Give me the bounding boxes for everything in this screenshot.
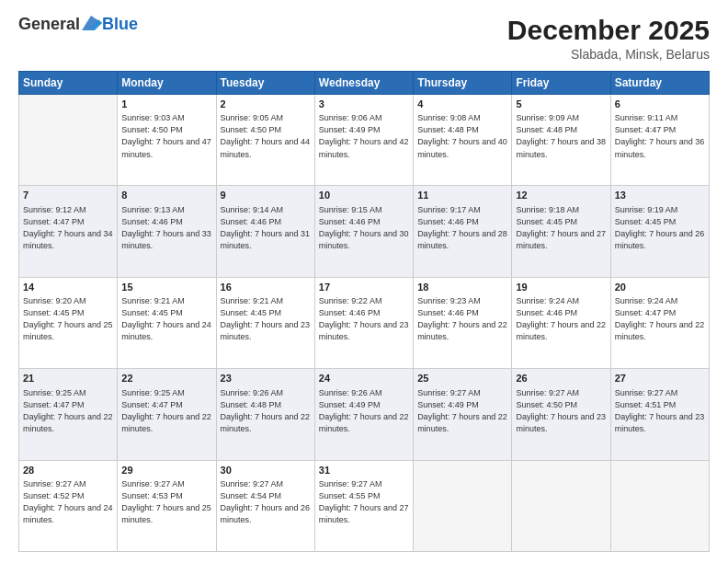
day-number: 18 [417,281,507,294]
day-number: 19 [516,281,606,294]
table-row: 9Sunrise: 9:14 AMSunset: 4:46 PMDaylight… [216,186,314,277]
col-monday: Monday [118,72,216,95]
day-info: Sunrise: 9:05 AMSunset: 4:50 PMDaylight:… [221,112,311,160]
table-row: 14Sunrise: 9:20 AMSunset: 4:45 PMDayligh… [19,277,118,368]
day-info: Sunrise: 9:17 AMSunset: 4:46 PMDaylight:… [417,204,507,252]
table-row: 21Sunrise: 9:25 AMSunset: 4:47 PMDayligh… [19,369,118,460]
day-info: Sunrise: 9:25 AMSunset: 4:47 PMDaylight:… [121,387,211,435]
day-number: 30 [221,464,311,477]
calendar-week-row: 21Sunrise: 9:25 AMSunset: 4:47 PMDayligh… [19,369,710,460]
day-info: Sunrise: 9:21 AMSunset: 4:45 PMDaylight:… [221,295,311,343]
table-row: 26Sunrise: 9:27 AMSunset: 4:50 PMDayligh… [512,369,610,460]
day-info: Sunrise: 9:13 AMSunset: 4:46 PMDaylight:… [121,204,211,252]
day-info: Sunrise: 9:27 AMSunset: 4:53 PMDaylight:… [121,478,211,526]
table-row: 10Sunrise: 9:15 AMSunset: 4:46 PMDayligh… [314,186,413,277]
day-number: 8 [121,189,211,202]
table-row: 16Sunrise: 9:21 AMSunset: 4:45 PMDayligh… [216,277,314,368]
table-row: 19Sunrise: 9:24 AMSunset: 4:46 PMDayligh… [512,277,610,368]
day-number: 23 [221,372,311,385]
table-row: 25Sunrise: 9:27 AMSunset: 4:49 PMDayligh… [414,369,512,460]
col-thursday: Thursday [414,72,512,95]
day-number: 6 [615,98,705,111]
table-row [414,460,512,551]
header: General Blue December 2025 Slabada, Mins… [18,15,710,62]
table-row: 7Sunrise: 9:12 AMSunset: 4:47 PMDaylight… [19,186,118,277]
day-number: 12 [516,189,606,202]
day-info: Sunrise: 9:26 AMSunset: 4:48 PMDaylight:… [221,387,311,435]
day-number: 13 [615,189,705,202]
day-number: 5 [516,98,606,111]
calendar-week-row: 7Sunrise: 9:12 AMSunset: 4:47 PMDaylight… [19,186,710,277]
day-info: Sunrise: 9:27 AMSunset: 4:49 PMDaylight:… [417,387,507,435]
day-number: 10 [319,189,409,202]
table-row: 4Sunrise: 9:08 AMSunset: 4:48 PMDaylight… [414,95,512,186]
subtitle: Slabada, Minsk, Belarus [507,47,710,62]
table-row: 5Sunrise: 9:09 AMSunset: 4:48 PMDaylight… [512,95,610,186]
day-number: 2 [221,98,311,111]
day-info: Sunrise: 9:03 AMSunset: 4:50 PMDaylight:… [121,112,211,160]
table-row [19,95,118,186]
day-info: Sunrise: 9:26 AMSunset: 4:49 PMDaylight:… [319,387,409,435]
day-info: Sunrise: 9:15 AMSunset: 4:46 PMDaylight:… [319,204,409,252]
day-number: 11 [417,189,507,202]
table-row: 17Sunrise: 9:22 AMSunset: 4:46 PMDayligh… [314,277,413,368]
table-row: 18Sunrise: 9:23 AMSunset: 4:46 PMDayligh… [414,277,512,368]
calendar-week-row: 28Sunrise: 9:27 AMSunset: 4:52 PMDayligh… [19,460,710,551]
table-row [610,460,709,551]
day-number: 28 [23,464,113,477]
day-number: 9 [221,189,311,202]
day-number: 1 [121,98,211,111]
day-info: Sunrise: 9:09 AMSunset: 4:48 PMDaylight:… [516,112,606,160]
col-wednesday: Wednesday [314,72,413,95]
table-row: 22Sunrise: 9:25 AMSunset: 4:47 PMDayligh… [118,369,216,460]
day-number: 22 [121,372,211,385]
day-number: 17 [319,281,409,294]
day-info: Sunrise: 9:27 AMSunset: 4:50 PMDaylight:… [516,387,606,435]
day-number: 20 [615,281,705,294]
day-info: Sunrise: 9:20 AMSunset: 4:45 PMDaylight:… [23,295,113,343]
table-row: 31Sunrise: 9:27 AMSunset: 4:55 PMDayligh… [314,460,413,551]
table-row: 13Sunrise: 9:19 AMSunset: 4:45 PMDayligh… [610,186,709,277]
table-row: 11Sunrise: 9:17 AMSunset: 4:46 PMDayligh… [414,186,512,277]
calendar-week-row: 1Sunrise: 9:03 AMSunset: 4:50 PMDaylight… [19,95,710,186]
day-info: Sunrise: 9:25 AMSunset: 4:47 PMDaylight:… [23,387,113,435]
logo: General Blue [18,15,138,34]
day-number: 16 [221,281,311,294]
day-number: 31 [319,464,409,477]
day-info: Sunrise: 9:27 AMSunset: 4:51 PMDaylight:… [615,387,705,435]
calendar-header-row: Sunday Monday Tuesday Wednesday Thursday… [19,72,710,95]
table-row [512,460,610,551]
day-info: Sunrise: 9:06 AMSunset: 4:49 PMDaylight:… [319,112,409,160]
main-title: December 2025 [507,15,710,45]
day-number: 29 [121,464,211,477]
day-info: Sunrise: 9:12 AMSunset: 4:47 PMDaylight:… [23,204,113,252]
logo-icon [82,16,102,30]
title-section: December 2025 Slabada, Minsk, Belarus [507,15,710,62]
table-row: 15Sunrise: 9:21 AMSunset: 4:45 PMDayligh… [118,277,216,368]
col-sunday: Sunday [19,72,118,95]
day-number: 7 [23,189,113,202]
table-row: 27Sunrise: 9:27 AMSunset: 4:51 PMDayligh… [610,369,709,460]
col-friday: Friday [512,72,610,95]
table-row: 23Sunrise: 9:26 AMSunset: 4:48 PMDayligh… [216,369,314,460]
day-info: Sunrise: 9:19 AMSunset: 4:45 PMDaylight:… [615,204,705,252]
calendar-week-row: 14Sunrise: 9:20 AMSunset: 4:45 PMDayligh… [19,277,710,368]
col-saturday: Saturday [610,72,709,95]
day-number: 15 [121,281,211,294]
day-info: Sunrise: 9:11 AMSunset: 4:47 PMDaylight:… [615,112,705,160]
calendar-table: Sunday Monday Tuesday Wednesday Thursday… [18,71,710,552]
day-number: 26 [516,372,606,385]
col-tuesday: Tuesday [216,72,314,95]
day-number: 27 [615,372,705,385]
day-info: Sunrise: 9:24 AMSunset: 4:47 PMDaylight:… [615,295,705,343]
day-info: Sunrise: 9:27 AMSunset: 4:55 PMDaylight:… [319,478,409,526]
day-info: Sunrise: 9:21 AMSunset: 4:45 PMDaylight:… [121,295,211,343]
table-row: 12Sunrise: 9:18 AMSunset: 4:45 PMDayligh… [512,186,610,277]
logo-general-text: General [18,15,80,34]
day-number: 3 [319,98,409,111]
day-info: Sunrise: 9:14 AMSunset: 4:46 PMDaylight:… [221,204,311,252]
day-info: Sunrise: 9:24 AMSunset: 4:46 PMDaylight:… [516,295,606,343]
table-row: 28Sunrise: 9:27 AMSunset: 4:52 PMDayligh… [19,460,118,551]
day-number: 24 [319,372,409,385]
day-number: 14 [23,281,113,294]
